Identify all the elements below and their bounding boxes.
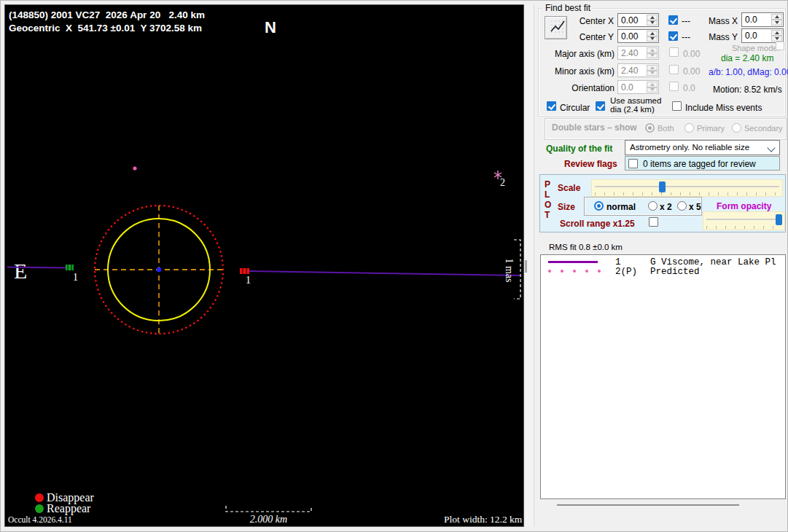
fit-chart-icon — [550, 18, 567, 36]
minor-axis-spinner: 2.40 — [617, 63, 659, 77]
review-flags-text: 0 items are tagged for review — [643, 159, 756, 169]
quality-of-fit-dropdown[interactable]: Astrometry only. No reliable size — [625, 140, 780, 155]
star2-label: 2 — [500, 177, 505, 189]
scale-slider[interactable] — [591, 179, 783, 197]
mass-y-up-button[interactable] — [771, 30, 782, 36]
plot-vertical-scrollbar-thumb[interactable] — [525, 260, 527, 273]
chord1-left-segment — [7, 267, 66, 268]
orientation-value: 0.0 — [621, 82, 633, 93]
double-stars-title: Double stars – show — [552, 122, 637, 133]
mass-x-down-button[interactable] — [771, 20, 782, 26]
size-x2-radio[interactable] — [648, 201, 658, 211]
plot-canvas — [5, 5, 524, 527]
observations-listbox[interactable]: 1 G Viscome, near Lake Pl 2(P) Predicted — [540, 254, 786, 499]
observation-name: Predicted — [650, 267, 700, 277]
form-opacity-slider-thumb[interactable] — [776, 214, 782, 225]
disappear-legend-dot — [35, 493, 44, 502]
use-assumed-dia-checkbox[interactable] — [596, 101, 605, 111]
use-assumed-label-line2: dia (2.4 km) — [610, 105, 655, 114]
review-flags-checkbox[interactable] — [628, 159, 638, 168]
include-miss-events-label: Include Miss events — [685, 103, 762, 113]
use-assumed-label-line1: Use assumed — [610, 96, 661, 105]
chevron-down-icon — [767, 144, 775, 152]
predicted-dot-sample — [561, 270, 563, 273]
double-stars-both-radio[interactable] — [645, 123, 655, 133]
best-fit-plot-button[interactable] — [545, 16, 567, 39]
reappear-legend-dot — [35, 504, 44, 513]
circular-checkbox[interactable] — [547, 101, 556, 111]
mass-y-down-button[interactable] — [771, 36, 782, 42]
mass-x-spinner[interactable]: 0.0 — [741, 12, 784, 27]
plot-letter-l: L — [545, 189, 550, 200]
center-x-label: Center X — [574, 16, 614, 26]
chord1-left-label: 1 — [73, 272, 78, 283]
major-axis-label: Major axis (km) — [553, 49, 615, 59]
center-x-down-button[interactable] — [647, 20, 658, 26]
orientation-checkbox[interactable] — [669, 82, 679, 91]
center-y-checkbox[interactable] — [668, 31, 678, 41]
center-x-up-button[interactable] — [647, 15, 658, 20]
size-normal-radio[interactable] — [594, 201, 604, 211]
mass-y-value: 0.0 — [745, 31, 757, 41]
mass-x-up-button[interactable] — [771, 14, 782, 20]
scale-slider-thumb[interactable] — [659, 181, 666, 192]
orientation-spinner: 0.0 — [617, 80, 659, 94]
size-radio-group: normal x 2 x 5 — [584, 197, 702, 216]
mass-x-value: 0.0 — [745, 15, 757, 25]
predicted-dot-sample — [585, 270, 588, 273]
motion-text: Motion: 8.52 km/s — [713, 85, 782, 95]
double-stars-primary-radio[interactable] — [684, 123, 694, 133]
bottom-trackbar[interactable] — [557, 504, 739, 506]
observation-name: G Viscome, near Lake Pl — [650, 257, 776, 267]
occultation-plot-area[interactable]: (148850) 2001 VC27 2026 Apr 20 2.40 km G… — [4, 4, 524, 527]
size-x2-label: x 2 — [660, 202, 672, 212]
observation-id: 2(P) — [615, 267, 637, 277]
plot-options-panel: P L O T Scale Size normal x 2 x 5 Form o… — [539, 174, 786, 232]
center-x-spinner[interactable]: 0.00 — [617, 13, 659, 27]
center-x-value: 0.00 — [621, 15, 638, 26]
shape-model-label: Shape model — [732, 44, 779, 52]
center-x-dash: --- — [682, 16, 690, 26]
review-flags-label: Review flags — [564, 159, 617, 169]
double-stars-secondary-radio[interactable] — [732, 123, 741, 133]
center-y-down-button[interactable] — [647, 36, 658, 42]
review-flags-box: 0 items are tagged for review — [625, 156, 780, 171]
center-y-spinner[interactable]: 0.00 — [617, 29, 659, 43]
plot-vertical-scrollbar[interactable] — [524, 4, 534, 527]
plot-letter-o: O — [545, 200, 551, 210]
minor-axis-value: 2.40 — [621, 66, 638, 76]
double-stars-secondary-label: Secondary — [744, 124, 783, 133]
center-x-checkbox[interactable] — [668, 15, 678, 25]
scroll-range-label: Scroll range x1.25 — [560, 219, 635, 229]
chord1-line-sample — [548, 261, 598, 263]
double-stars-both-label: Both — [658, 124, 674, 133]
predicted-dot-sample — [548, 270, 551, 273]
center-y-up-button[interactable] — [647, 31, 658, 36]
reappear-marker[interactable] — [66, 265, 74, 270]
size-x5-radio[interactable] — [677, 201, 687, 211]
reappear-legend-label: Reappear — [47, 502, 90, 515]
mass-y-spinner[interactable]: 0.0 — [741, 28, 784, 43]
scale-bar-bracket — [226, 506, 311, 512]
minor-axis-checkbox[interactable] — [669, 65, 679, 74]
major-axis-checkbox[interactable] — [669, 47, 679, 57]
form-opacity-label: Form opacity — [717, 201, 771, 211]
app-window: (148850) 2001 VC27 2026 Apr 20 2.40 km G… — [0, 0, 788, 532]
include-miss-events-checkbox[interactable] — [672, 101, 682, 111]
double-stars-primary-label: Primary — [697, 124, 725, 133]
mas-bar-label: 1 mas — [503, 245, 515, 296]
scroll-range-checkbox[interactable] — [649, 217, 658, 227]
quality-of-fit-value: Astrometry only. No reliable size — [630, 143, 749, 152]
disappear-marker[interactable] — [240, 268, 249, 274]
center-dot — [157, 267, 161, 272]
size-x5-label: x 5 — [689, 202, 701, 212]
plot-width-label: Plot width: 12.2 km — [444, 514, 522, 525]
chord1-right-segment — [249, 271, 520, 275]
shape-model-checkbox[interactable] — [776, 42, 784, 50]
minor-axis-alt: 0.00 — [683, 66, 700, 77]
form-opacity-slider[interactable] — [703, 211, 785, 230]
center-y-value: 0.00 — [621, 31, 638, 42]
chord1-right-label: 1 — [246, 275, 251, 286]
orientation-label: Orientation — [553, 83, 615, 93]
major-axis-alt: 0.00 — [683, 49, 700, 59]
